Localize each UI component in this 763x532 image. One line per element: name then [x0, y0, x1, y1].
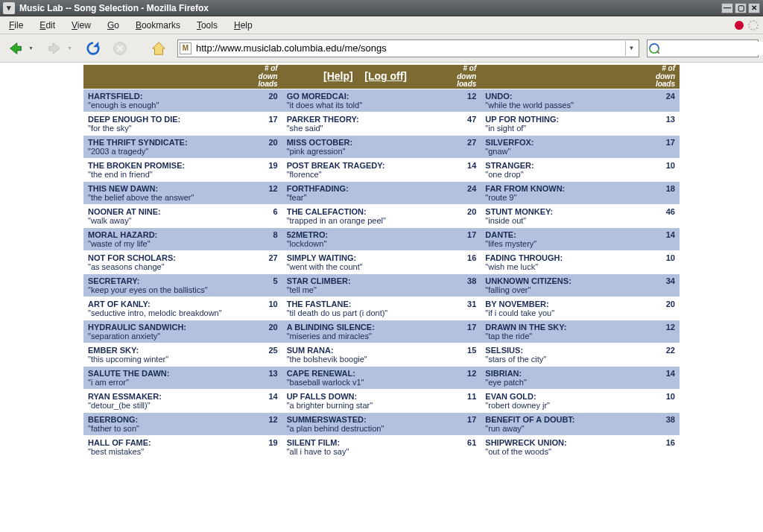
song-cell[interactable]: SUM RANA:the bolshevik boogie — [282, 343, 449, 366]
song-cell[interactable]: HALL OF FAME:best mistakes — [83, 435, 250, 458]
song-cell[interactable]: HARTSFIELD:enough is enough — [83, 89, 250, 112]
song-cell[interactable]: SALUTE THE DAWN:i am error — [83, 366, 250, 389]
back-dropdown[interactable]: ▼ — [28, 45, 36, 51]
song-title: miseries and miracles — [287, 332, 444, 341]
song-cell[interactable]: MISS OCTOBER:pink agression — [282, 135, 449, 158]
song-cell[interactable]: SILENT FILM:all i have to say — [282, 435, 449, 458]
artist-name: SECRETARY: — [88, 276, 139, 285]
song-cell[interactable]: 52METRO:lockdown — [282, 227, 449, 250]
song-cell[interactable]: HYDRAULIC SANDWICH:separation anxiety — [83, 320, 250, 343]
song-cell[interactable]: SUMMERSWASTED:a plan behind destruction — [282, 412, 449, 435]
menubar: File Edit View Go Bookmarks Tools Help — [0, 16, 763, 34]
song-cell[interactable]: THE CALEFACTION:trapped in an orange pee… — [282, 204, 449, 227]
song-cell[interactable]: STRANGER:one drop — [481, 158, 647, 181]
menu-help[interactable]: Help — [229, 19, 257, 32]
table-row: DEEP ENOUGH TO DIE:for the sky17PARKER T… — [83, 112, 680, 135]
forward-button[interactable] — [43, 37, 66, 60]
song-cell[interactable]: EVAN GOLD:robert downey jr — [481, 389, 647, 412]
forward-dropdown[interactable]: ▼ — [67, 45, 75, 51]
url-dropdown[interactable]: ▼ — [625, 41, 637, 56]
menu-edit[interactable]: Edit — [35, 19, 60, 32]
song-cell[interactable]: GO MOREDCAI:it does what its told — [282, 89, 449, 112]
song-cell[interactable]: STAR CLIMBER:tell me — [282, 273, 449, 297]
song-cell[interactable]: SECRETARY:keep your eyes on the ballisti… — [83, 273, 250, 297]
song-table: # of down loads [Help] [Log off] # of do… — [83, 65, 680, 458]
song-cell[interactable]: SHIPWRECK UNION:out of the woods — [481, 435, 647, 458]
song-cell[interactable]: STUNT MONKEY:inside out — [481, 204, 647, 227]
song-cell[interactable]: SIMPLY WAITING:went with the count — [282, 250, 449, 273]
menu-bookmarks[interactable]: Bookmarks — [131, 19, 185, 32]
artist-name: SILVERFOX: — [485, 138, 534, 147]
download-count: 10 — [250, 297, 282, 320]
song-title: tell me — [287, 285, 444, 294]
download-count: 61 — [448, 435, 481, 458]
table-header: # of down loads [Help] [Log off] # of do… — [83, 65, 680, 89]
logoff-link[interactable]: [Log off] — [364, 70, 407, 82]
song-cell[interactable]: DRAWN IN THE SKY:tap the ride — [481, 320, 647, 343]
song-title: she said — [287, 124, 444, 133]
song-cell[interactable]: DEEP ENOUGH TO DIE:for the sky — [83, 112, 250, 135]
table-row: ART OF KANLY:seductive intro, melodic br… — [83, 297, 680, 320]
download-count: 14 — [250, 389, 282, 412]
song-cell[interactable]: UP FOR NOTHING:in sight of — [481, 112, 647, 135]
menu-tools[interactable]: Tools — [192, 19, 222, 32]
search-input[interactable] — [659, 42, 763, 55]
artist-name: STUNT MONKEY: — [485, 207, 553, 216]
song-cell[interactable]: BY NOVEMBER:if i could take you — [481, 297, 647, 320]
table-row: MORAL HAZARD:waste of my life852METRO:lo… — [83, 227, 680, 250]
song-cell[interactable]: ART OF KANLY:seductive intro, melodic br… — [83, 297, 250, 320]
song-cell[interactable]: CAPE RENEWAL:baseball warlock v1 — [282, 366, 449, 389]
menu-go[interactable]: Go — [103, 19, 124, 32]
song-cell[interactable]: SIBRIAN:eye patch — [481, 366, 647, 389]
song-cell[interactable]: FAR FROM KNOWN:route 9 — [481, 181, 647, 204]
song-cell[interactable]: MORAL HAZARD:waste of my life — [83, 227, 250, 250]
song-title: a plan behind destruction — [287, 424, 444, 433]
artist-name: SUMMERSWASTED: — [287, 415, 367, 424]
artist-name: SALUTE THE DAWN: — [88, 369, 169, 378]
artist-name: SIMPLY WAITING: — [287, 253, 357, 262]
minimize-button[interactable]: — — [721, 3, 733, 13]
song-cell[interactable]: THE FASTLANE:til death do us part (i don… — [282, 297, 449, 320]
home-button[interactable] — [148, 37, 170, 60]
song-cell[interactable]: NOT FOR SCHOLARS:as seasons change — [83, 250, 250, 273]
song-cell[interactable]: UNKNOWN CITIZENS:falling over — [481, 273, 647, 297]
artist-name: UNDO: — [485, 92, 512, 101]
back-button[interactable] — [4, 37, 27, 60]
song-cell[interactable]: SELSIUS:stars of the city — [481, 343, 647, 366]
close-button[interactable]: ✕ — [748, 3, 760, 13]
song-title: in sight of — [485, 124, 642, 133]
maximize-button[interactable]: ▢ — [735, 3, 747, 13]
song-cell[interactable]: EMBER SKY:this upcoming winter — [83, 343, 250, 366]
url-bar[interactable]: M ▼ — [177, 39, 639, 57]
song-cell[interactable]: POST BREAK TRAGEDY:florence — [282, 158, 449, 181]
song-cell[interactable]: SILVERFOX:gnaw — [481, 135, 647, 158]
song-cell[interactable]: FORTHFADING:fear — [282, 181, 449, 204]
help-link[interactable]: [Help] — [323, 70, 353, 82]
menu-view[interactable]: View — [67, 19, 95, 32]
search-engine-icon[interactable] — [649, 42, 659, 54]
table-row: THIS NEW DAWN:the belief above the answe… — [83, 181, 680, 204]
song-cell[interactable]: THE THRIFT SYNDICATE:2003 a tragedy — [83, 135, 250, 158]
table-row: HALL OF FAME:best mistakes19SILENT FILM:… — [83, 435, 680, 458]
search-box[interactable] — [647, 39, 759, 57]
artist-name: THE THRIFT SYNDICATE: — [88, 138, 188, 147]
song-cell[interactable]: PARKER THEORY:she said — [282, 112, 449, 135]
reload-button[interactable] — [82, 37, 104, 60]
song-cell[interactable]: DANTE:lifes mystery — [481, 227, 647, 250]
song-cell[interactable]: BENEFIT OF A DOUBT:run away — [481, 412, 647, 435]
song-cell[interactable]: NOONER AT NINE:walk away — [83, 204, 250, 227]
song-cell[interactable]: BEERBONG:father to son — [83, 412, 250, 435]
song-cell[interactable]: RYAN ESSMAKER:detour_(be still) — [83, 389, 250, 412]
song-cell[interactable]: UP FALLS DOWN:a brighter burning star — [282, 389, 449, 412]
song-title: separation anxiety — [88, 332, 245, 341]
throbber-icon — [748, 20, 759, 31]
song-cell[interactable]: FADING THROUGH:wish me luck — [481, 250, 647, 273]
song-cell[interactable]: THIS NEW DAWN:the belief above the answe… — [83, 181, 250, 204]
artist-name: BY NOVEMBER: — [485, 300, 548, 308]
stop-button[interactable] — [109, 37, 131, 60]
song-cell[interactable]: UNDO:while the world passes — [481, 89, 647, 112]
url-input[interactable] — [194, 41, 625, 55]
song-cell[interactable]: A BLINDING SILENCE:miseries and miracles — [282, 320, 449, 343]
menu-file[interactable]: File — [4, 19, 28, 32]
song-cell[interactable]: THE BROKEN PROMISE:the end in friend — [83, 158, 250, 181]
